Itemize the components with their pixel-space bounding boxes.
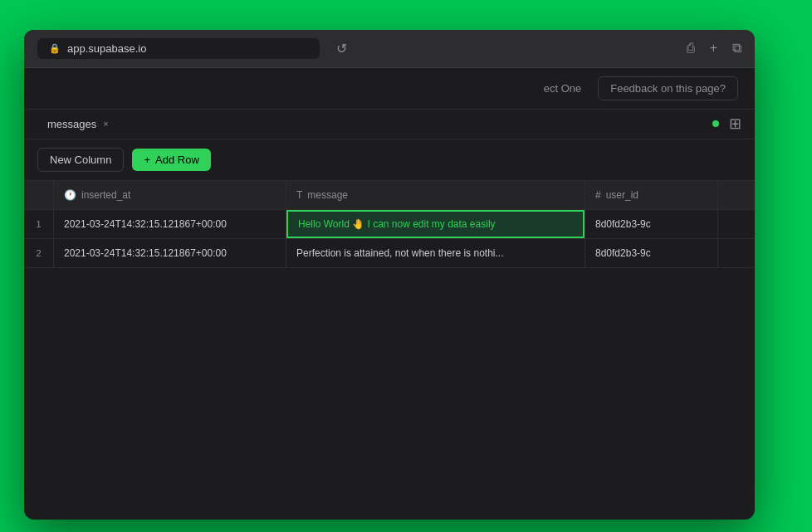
url-text: app.supabase.io	[67, 42, 146, 55]
clock-icon: 🕐	[64, 189, 76, 201]
address-bar[interactable]: 🔒 app.supabase.io	[37, 38, 320, 59]
toolbar: New Column + Add Row	[24, 139, 755, 181]
status-dot	[712, 120, 719, 127]
row-2-message[interactable]: Perfection is attained, not when there i…	[286, 239, 585, 267]
browser-actions: ⎙ + ⧉	[687, 41, 741, 56]
row-number-1: 1	[24, 210, 54, 238]
row-number-2: 2	[24, 239, 54, 267]
duplicate-icon[interactable]: ⧉	[732, 41, 741, 56]
project-name: ect One	[527, 82, 599, 95]
row-1-user-id[interactable]: 8d0fd2b3-9c	[585, 210, 718, 238]
table-row: 1 2021-03-24T14:32:15.121867+00:00 Hello…	[24, 210, 755, 239]
new-column-button[interactable]: New Column	[37, 148, 124, 172]
reload-icon[interactable]: ↺	[336, 41, 347, 56]
cell-editor[interactable]: Hello World 🤚 I can now edit my data eas…	[286, 210, 585, 238]
tab-bar-right: ⊞	[712, 115, 741, 133]
tab-messages[interactable]: messages ×	[37, 110, 119, 139]
tab-bar: messages × ⊞	[24, 110, 755, 139]
tab-messages-label: messages	[47, 118, 96, 130]
lock-icon: 🔒	[49, 43, 61, 54]
new-tab-icon[interactable]: +	[710, 41, 717, 56]
row-2-user-id[interactable]: 8d0fd2b3-9c	[585, 239, 718, 267]
app-header: ect One Feedback on this page?	[24, 68, 755, 110]
add-row-label: Add Row	[155, 154, 199, 166]
add-row-button[interactable]: + Add Row	[132, 149, 210, 171]
text-type-icon: T	[296, 189, 302, 201]
row-1-inserted-at[interactable]: 2021-03-24T14:32:15.121867+00:00	[54, 210, 286, 238]
add-row-icon: +	[144, 154, 150, 166]
data-table: 🕐 inserted_at T message # user_id 1 2021…	[24, 181, 755, 268]
row-2-inserted-at[interactable]: 2021-03-24T14:32:15.121867+00:00	[54, 239, 286, 267]
col-header-message[interactable]: T message	[286, 181, 585, 209]
col-header-index	[24, 181, 54, 209]
cell-editing-text: Hello World 🤚 I can now edit my data eas…	[298, 218, 496, 230]
share-icon[interactable]: ⎙	[687, 41, 695, 56]
table-header: 🕐 inserted_at T message # user_id	[24, 181, 755, 210]
grid-icon[interactable]: ⊞	[729, 115, 741, 133]
browser-chrome: 🔒 app.supabase.io ↺ ⎙ + ⧉	[24, 30, 755, 68]
number-type-icon: #	[595, 189, 601, 201]
browser-window: 🔒 app.supabase.io ↺ ⎙ + ⧉ ect One Feedba…	[24, 30, 755, 520]
col-header-user-id[interactable]: # user_id	[585, 181, 718, 209]
table-row: 2 2021-03-24T14:32:15.121867+00:00 Perfe…	[24, 239, 755, 268]
col-header-inserted-at[interactable]: 🕐 inserted_at	[54, 181, 286, 209]
feedback-button[interactable]: Feedback on this page?	[598, 76, 738, 100]
row-1-message[interactable]: Hello World 🤚 I can now edit my data eas…	[286, 210, 585, 238]
tab-close-icon[interactable]: ×	[103, 119, 108, 129]
